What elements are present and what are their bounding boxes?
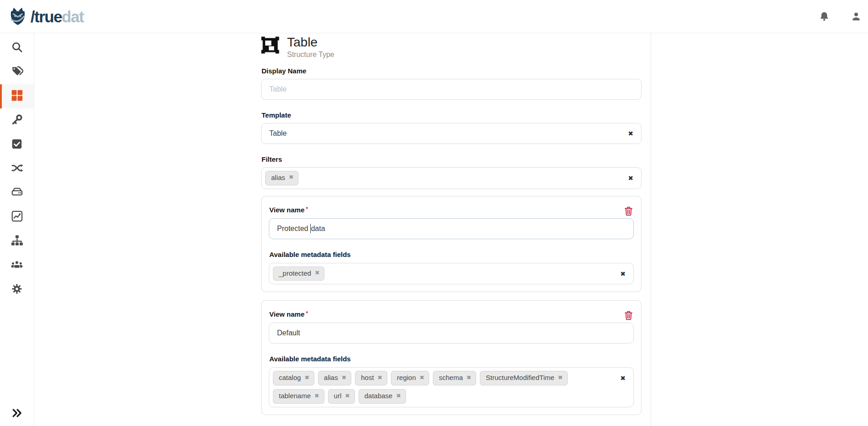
remove-tag-icon[interactable]: ✖ bbox=[558, 375, 563, 382]
metadata-tags: catalog✖ alias✖ host✖ region✖ schema✖ St… bbox=[273, 371, 613, 404]
tag-pill: StructureModifiedTime✖ bbox=[480, 371, 568, 385]
sidebar-item-settings[interactable] bbox=[0, 277, 34, 302]
remove-tag-icon[interactable]: ✖ bbox=[396, 393, 401, 400]
delete-view-button[interactable] bbox=[624, 205, 633, 218]
sidebar-item-sources[interactable] bbox=[0, 181, 34, 205]
filters-field: Filters alias✖ ✖ bbox=[261, 155, 642, 189]
tag-label: database bbox=[365, 392, 393, 400]
sidebar-item-quality[interactable] bbox=[0, 133, 34, 157]
display-name-field: Display Name bbox=[261, 67, 642, 100]
tag-label: url bbox=[334, 392, 342, 400]
tag-pill: database✖ bbox=[359, 389, 406, 404]
clear-icon[interactable]: ✖ bbox=[628, 175, 633, 181]
sidebar-item-structures[interactable] bbox=[0, 84, 34, 108]
owl-logo-icon bbox=[7, 6, 28, 27]
brand-logo[interactable]: /truedat bbox=[7, 6, 83, 27]
tag-label: alias bbox=[271, 174, 285, 182]
content-panel: Table Structure Type Display Name Templa… bbox=[34, 33, 651, 426]
users-icon bbox=[10, 258, 23, 273]
delete-view-button[interactable] bbox=[624, 310, 633, 323]
header-actions bbox=[819, 11, 862, 22]
tag-label: region bbox=[397, 374, 416, 382]
page-subtitle: Structure Type bbox=[287, 51, 334, 59]
tag-pill: catalog✖ bbox=[273, 371, 314, 385]
view-name-input[interactable]: Protected data bbox=[269, 218, 634, 239]
remove-tag-icon[interactable]: ✖ bbox=[420, 375, 424, 382]
metadata-fields-select[interactable]: catalog✖ alias✖ host✖ region✖ schema✖ St… bbox=[269, 367, 634, 407]
filters-label: Filters bbox=[262, 155, 642, 163]
tag-pill: tablename✖ bbox=[273, 389, 324, 404]
remove-tag-icon[interactable]: ✖ bbox=[345, 393, 349, 400]
metadata-tags: _protected✖ bbox=[273, 267, 324, 281]
required-asterisk: * bbox=[306, 310, 308, 317]
tag-pill: _protected✖ bbox=[273, 267, 324, 281]
sidebar-item-hierarchy[interactable] bbox=[0, 229, 34, 253]
tag-label: tablename bbox=[279, 392, 311, 400]
display-name-input[interactable] bbox=[261, 79, 642, 100]
filters-tags: alias✖ bbox=[265, 171, 298, 185]
view-card: View name* Protected data Available meta… bbox=[261, 196, 642, 293]
template-select[interactable]: Table ✖ bbox=[261, 123, 642, 144]
sidebar-item-tags[interactable] bbox=[0, 60, 34, 84]
tag-label: alias bbox=[324, 374, 338, 382]
tag-label: catalog bbox=[279, 374, 301, 382]
title-texts: Table Structure Type bbox=[287, 36, 334, 59]
sidebar-item-search[interactable] bbox=[0, 36, 34, 60]
sidebar-item-lineage[interactable] bbox=[0, 157, 34, 181]
remove-tag-icon[interactable]: ✖ bbox=[467, 375, 471, 382]
clear-icon[interactable]: ✖ bbox=[620, 271, 626, 277]
structure-type-form: Table Structure Type Display Name Templa… bbox=[261, 36, 642, 415]
metadata-fields-select[interactable]: _protected✖ ✖ bbox=[269, 263, 634, 285]
sidebar-item-dashboards[interactable] bbox=[0, 205, 34, 229]
template-field: Template Table ✖ bbox=[261, 111, 642, 144]
clear-icon[interactable]: ✖ bbox=[620, 375, 626, 381]
view-name-label: View name* bbox=[269, 310, 634, 318]
template-selected-value: Table bbox=[269, 129, 287, 138]
tag-pill: region✖ bbox=[391, 371, 429, 385]
key-icon bbox=[11, 114, 23, 128]
title-row: Table Structure Type bbox=[261, 36, 642, 59]
view-name-input[interactable] bbox=[269, 323, 634, 344]
tag-label: StructureModifiedTime bbox=[486, 374, 554, 382]
sidebar-item-users[interactable] bbox=[0, 253, 34, 277]
tag-pill: alias✖ bbox=[318, 371, 351, 385]
double-chevron-right-icon bbox=[11, 407, 23, 421]
view-name-label: View name* bbox=[269, 206, 634, 214]
search-icon bbox=[11, 41, 23, 55]
sitemap-icon bbox=[11, 234, 23, 248]
metadata-fields-label: Available metadata fields bbox=[269, 355, 634, 363]
sidebar-expand-button[interactable] bbox=[0, 403, 34, 424]
tag-pill: alias✖ bbox=[265, 171, 298, 185]
metadata-fields-label: Available metadata fields bbox=[269, 251, 634, 258]
shuffle-icon bbox=[11, 162, 23, 176]
remove-tag-icon[interactable]: ✖ bbox=[314, 393, 319, 400]
tag-pill: host✖ bbox=[355, 371, 387, 385]
sidebar bbox=[0, 33, 34, 426]
remove-tag-icon[interactable]: ✖ bbox=[289, 174, 293, 181]
view-card: View name* Available metadata fields cat… bbox=[261, 300, 642, 415]
user-avatar-icon[interactable] bbox=[851, 11, 862, 22]
drive-icon bbox=[11, 186, 23, 200]
brand-wordmark: /truedat bbox=[31, 9, 83, 25]
gear-icon bbox=[11, 283, 23, 297]
remove-tag-icon[interactable]: ✖ bbox=[342, 375, 346, 382]
grid-icon bbox=[11, 89, 23, 103]
page-title: Table bbox=[287, 36, 334, 50]
tag-label: _protected bbox=[279, 269, 311, 278]
filters-select[interactable]: alias✖ ✖ bbox=[261, 167, 642, 189]
tag-pill: schema✖ bbox=[433, 371, 476, 385]
object-group-icon bbox=[261, 36, 279, 56]
remove-tag-icon[interactable]: ✖ bbox=[378, 375, 382, 382]
template-label: Template bbox=[262, 111, 642, 119]
chart-line-icon bbox=[11, 210, 23, 224]
clear-icon[interactable]: ✖ bbox=[628, 130, 633, 137]
notifications-bell-icon[interactable] bbox=[819, 11, 830, 22]
tag-label: host bbox=[361, 374, 374, 382]
display-name-label: Display Name bbox=[262, 67, 642, 75]
remove-tag-icon[interactable]: ✖ bbox=[315, 270, 319, 277]
sidebar-item-permissions[interactable] bbox=[0, 108, 34, 133]
required-asterisk: * bbox=[306, 206, 308, 212]
app-header: /truedat bbox=[0, 0, 868, 33]
remove-tag-icon[interactable]: ✖ bbox=[304, 375, 309, 382]
tags-icon bbox=[11, 65, 23, 79]
